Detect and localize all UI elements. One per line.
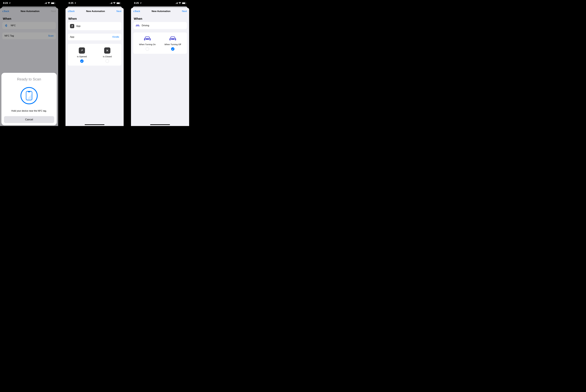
back-label: Back [69,10,75,13]
nfc-scan-icon [20,87,38,104]
cancel-button[interactable]: Cancel [4,116,54,123]
back-button[interactable]: ‹ Back [68,10,75,13]
option-label: Is Opened [77,55,87,58]
is-closed-icon [104,48,110,54]
chevron-left-icon: ‹ [68,9,69,13]
status-time: 8:25 [134,2,139,4]
wifi-icon [178,2,181,4]
next-button[interactable]: Next [116,10,122,13]
driving-state-card: When Turning On When Turning Off [133,32,187,54]
navbar: ‹ Back New Automation Next [131,8,189,15]
car-off-icon [169,36,177,42]
option-turning-on[interactable]: When Turning On [135,36,160,51]
chevron-left-icon: ‹ [133,9,134,13]
radio-is-closed[interactable] [106,60,109,63]
location-icon [74,2,76,4]
section-when-header: When [131,15,189,22]
option-label: Is Closed [103,55,112,58]
app-selector-value[interactable]: Kindle [112,36,119,38]
section-when-header: When [66,15,124,22]
nfc-sheet-message: Hold your device near the NFC tag. [12,110,47,112]
status-time: 8:23 [3,2,8,4]
status-bar: 8:25 [131,0,189,6]
battery-icon [51,2,55,4]
battery-icon [182,2,186,4]
navbar: ‹ Back New Automation Next [66,8,124,15]
radio-turning-on[interactable] [146,47,149,51]
trigger-card: Driving [133,22,187,29]
screen-driving: 8:25 ‹ Back New Automation [131,0,189,126]
next-button[interactable]: Next [182,10,187,13]
page-title: New Automation [152,10,170,13]
car-on-icon [144,36,151,42]
nfc-sheet-title: Ready to Scan [17,77,41,82]
is-opened-icon [79,48,85,54]
app-state-card: Is Opened Is Closed [68,44,122,66]
trigger-card: App [68,22,122,30]
option-is-closed[interactable]: Is Closed [94,48,120,63]
option-is-opened[interactable]: Is Opened [69,48,94,63]
home-indicator[interactable] [85,124,104,125]
app-selector-card: App Kindle [68,34,122,40]
trigger-label: App [76,25,80,28]
back-button[interactable]: ‹ Back [133,10,140,13]
cellular-icon [44,2,47,4]
battery-icon [116,2,120,4]
home-indicator[interactable] [150,124,170,125]
app-selector-row[interactable]: App Kindle [68,34,122,40]
cellular-icon [175,2,178,4]
nfc-scan-sheet: Ready to Scan Hold your device near the … [2,73,57,125]
status-bar: 8:23 [0,0,58,6]
trigger-label: Driving [142,24,149,27]
car-icon [136,24,140,27]
status-time: 8:25 [68,2,74,4]
location-icon [9,2,11,4]
screen-app: 8:25 ‹ Back New Automation [66,0,124,126]
wifi-icon [48,2,50,4]
back-label: Back [135,10,140,13]
location-icon [140,2,142,4]
option-turning-off[interactable]: When Turning Off [160,36,186,51]
app-selector-label: App [70,36,74,38]
page-title: New Automation [86,10,105,13]
radio-is-opened[interactable] [80,60,84,63]
app-open-icon [70,24,74,28]
wifi-icon [113,2,116,4]
cellular-icon [110,2,112,4]
status-bar: 8:25 [66,0,124,6]
radio-turning-off[interactable] [171,47,174,51]
option-label: When Turning Off [164,43,181,46]
option-label: When Turning On [139,43,156,46]
screen-nfc: 8:23 ‹ Back New Automation [0,0,58,126]
